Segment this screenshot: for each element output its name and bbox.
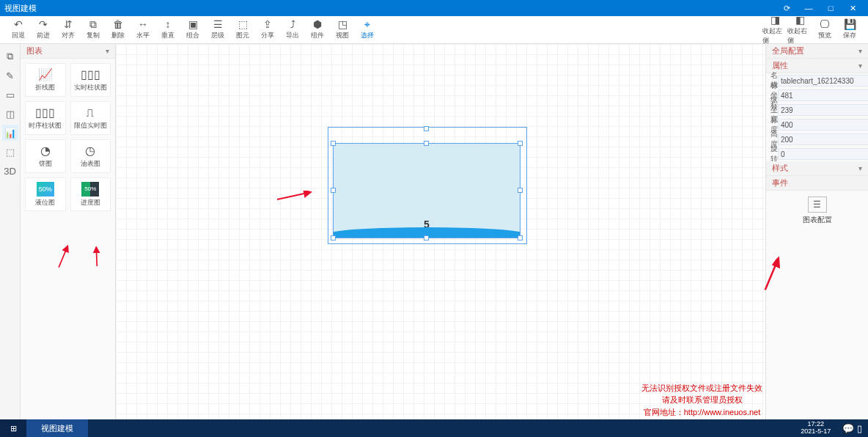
- palette-line-chart[interactable]: 📈折线图: [25, 63, 66, 97]
- rail-box[interactable]: ⬚: [2, 144, 18, 160]
- element-icon: ⬚: [238, 19, 248, 29]
- app-title: 视图建模: [4, 3, 37, 14]
- limit-icon: ⎍: [87, 106, 94, 120]
- share-button[interactable]: ⇪分享: [255, 17, 280, 43]
- delete-button[interactable]: 🗑删除: [106, 17, 130, 43]
- canvas[interactable]: 5 无法识别授权文件或注册文件失效 请及时联系管理员授权 官网地址：http:/…: [116, 44, 765, 419]
- component-icon: ⬢: [313, 19, 322, 29]
- palette-realtime-bar[interactable]: ▯▯▯实时柱状图: [70, 63, 111, 97]
- license-link[interactable]: http://www.ineuos.net: [684, 408, 761, 416]
- palette-pie-chart[interactable]: ◔饼图: [25, 139, 66, 173]
- handle-e[interactable]: [518, 188, 523, 193]
- pie-chart-icon: ◔: [40, 144, 51, 158]
- palette-progress-chart[interactable]: 50%进度图: [70, 177, 111, 211]
- handle-se[interactable]: [518, 235, 523, 240]
- selection-inner[interactable]: [333, 143, 521, 238]
- style-header[interactable]: 样式▾: [766, 161, 868, 176]
- handle-w[interactable]: [331, 188, 336, 193]
- handle-sw[interactable]: [331, 235, 336, 240]
- horiz-icon: ↔: [138, 19, 148, 29]
- properties-panel: 全局配置▾ 属性▾ 名称 横坐标 纵坐标 宽度 高度 旋转 样式▾ 事件 ☰ 图…: [765, 44, 868, 419]
- save-icon: 💾: [844, 19, 856, 29]
- taskbar: ⊞ 视图建模 17:22 2021-5-17 💬 ▯: [0, 419, 868, 437]
- rail-3d[interactable]: 3D: [2, 163, 18, 179]
- collapse-right-button[interactable]: ◧收起右侧: [787, 17, 812, 43]
- prop-w-input[interactable]: [778, 119, 868, 131]
- save-button[interactable]: 💾保存: [837, 17, 862, 43]
- chart-config-button[interactable]: ☰ 图表配置: [803, 197, 832, 225]
- gauge-icon: ◷: [85, 144, 95, 158]
- palette-liquid-chart[interactable]: 50%液位图: [25, 177, 66, 211]
- component-button[interactable]: ⬢组件: [305, 17, 330, 43]
- taskbar-tray[interactable]: 💬 ▯: [836, 423, 868, 434]
- export-button[interactable]: ⤴导出: [280, 17, 305, 43]
- stack-icon: ☰: [213, 19, 223, 29]
- chevron-down-icon: ▾: [858, 62, 862, 70]
- prop-name-input[interactable]: [778, 75, 868, 87]
- select-button[interactable]: ⌖选择: [355, 17, 380, 43]
- properties-header[interactable]: 属性▾: [766, 59, 868, 73]
- bar-chart-icon: ▯▯▯: [35, 106, 55, 120]
- collapse-left-button[interactable]: ◨收起左侧: [762, 17, 787, 43]
- share-icon: ⇪: [263, 19, 272, 29]
- chart-config-icon: ☰: [808, 197, 827, 213]
- prop-r-input[interactable]: [778, 148, 868, 160]
- view-button[interactable]: ◳视图: [330, 17, 355, 43]
- close-icon[interactable]: ✕: [842, 4, 864, 13]
- prop-x-input[interactable]: [778, 89, 868, 101]
- handle-s[interactable]: [424, 235, 429, 240]
- rail-shape2[interactable]: ◫: [2, 106, 18, 122]
- toolbar: ↶回退 ↷前进 ⇵对齐 ⧉复制 🗑删除 ↔水平 ↕垂直 ▣组合 ☰层级 ⬚图元 …: [0, 16, 868, 44]
- line-chart-icon: 📈: [38, 67, 53, 81]
- palette-header[interactable]: 图表 ▾: [21, 44, 115, 59]
- view-icon: ◳: [338, 19, 347, 29]
- chevron-down-icon: ▾: [858, 47, 862, 55]
- handle-ne[interactable]: [518, 141, 523, 146]
- refresh-icon[interactable]: ⟳: [776, 4, 798, 13]
- group-icon: ▣: [188, 19, 198, 29]
- chevron-down-icon: ▾: [106, 47, 109, 55]
- palette-gauge-chart[interactable]: ◷油表图: [70, 139, 111, 173]
- global-config-header[interactable]: 全局配置▾: [766, 44, 868, 59]
- group-button[interactable]: ▣组合: [180, 17, 205, 43]
- progress-icon: 50%: [81, 182, 99, 197]
- rail-pointer[interactable]: ⧉: [2, 48, 18, 65]
- palette-timeseries-bar[interactable]: ▯▯▯时序柱状图: [25, 101, 66, 135]
- rail-wand[interactable]: ✎: [2, 67, 18, 84]
- titlebar: 视图建模 ⟳ — □ ✕: [0, 0, 868, 16]
- maximize-icon[interactable]: □: [820, 4, 842, 12]
- left-rail: ⧉ ✎ ▭ ◫ 📊 ⬚ 3D: [0, 44, 21, 419]
- liquid-icon: 50%: [37, 182, 54, 197]
- taskbar-app[interactable]: 视图建模: [26, 419, 88, 437]
- horiz-button[interactable]: ↔水平: [130, 17, 155, 43]
- redo-icon: ↷: [39, 19, 48, 29]
- chevron-down-icon: ▾: [858, 164, 862, 172]
- copy-button[interactable]: ⧉复制: [81, 17, 106, 43]
- arrow-annotation: [277, 191, 314, 201]
- license-warning: 无法识别授权文件或注册文件失效 请及时联系管理员授权 官网地址：http://w…: [641, 382, 762, 419]
- handle-rotate[interactable]: [424, 126, 429, 131]
- trash-icon: 🗑: [113, 19, 123, 29]
- undo-button[interactable]: ↶回退: [6, 17, 31, 43]
- rail-shape[interactable]: ▭: [2, 87, 18, 103]
- svg-line-0: [277, 192, 311, 199]
- taskbar-clock[interactable]: 17:22 2021-5-17: [795, 421, 836, 436]
- stack-button[interactable]: ☰层级: [205, 17, 230, 43]
- rail-chart[interactable]: 📊: [2, 125, 18, 141]
- events-header[interactable]: 事件: [766, 176, 868, 191]
- handle-nw[interactable]: [331, 141, 336, 146]
- prop-y-input[interactable]: [778, 104, 868, 116]
- palette: 图表 ▾ 📈折线图 ▯▯▯实时柱状图 ▯▯▯时序柱状图 ⎍限值实时图 ◔饼图 ◷…: [21, 44, 116, 419]
- export-icon: ⤴: [290, 19, 295, 29]
- vert-button[interactable]: ↕垂直: [155, 17, 180, 43]
- prop-h-input[interactable]: [778, 133, 868, 145]
- minimize-icon[interactable]: —: [798, 4, 820, 12]
- start-button[interactable]: ⊞: [0, 419, 26, 437]
- redo-button[interactable]: ↷前进: [31, 17, 56, 43]
- align-button[interactable]: ⇵对齐: [56, 17, 81, 43]
- preview-button[interactable]: 🖵预览: [812, 17, 837, 43]
- handle-n[interactable]: [424, 141, 429, 146]
- palette-limit-chart[interactable]: ⎍限值实时图: [70, 101, 111, 135]
- element-button[interactable]: ⬚图元: [230, 17, 255, 43]
- svg-line-2: [93, 247, 100, 266]
